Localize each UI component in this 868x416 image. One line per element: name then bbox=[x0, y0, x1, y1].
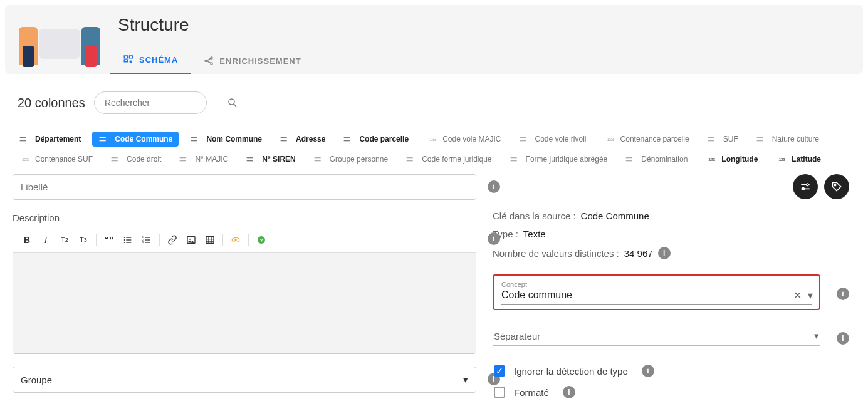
column-chip[interactable]: Code parcelle bbox=[337, 132, 415, 147]
svg-rect-43 bbox=[126, 242, 131, 242]
chevron-down-icon: ▾ bbox=[814, 330, 819, 341]
column-chip[interactable]: Adresse bbox=[273, 132, 332, 147]
tabs: SCHÉMA ENRICHISSEMENT bbox=[110, 46, 855, 74]
editor-toolbar: B I T2 T3 “” 123 bbox=[13, 227, 476, 253]
meta-distinct: Nombre de valeurs distinctes : 34 967 i bbox=[489, 247, 849, 259]
chip-label: SUF bbox=[723, 135, 738, 143]
svg-rect-41 bbox=[126, 237, 131, 237]
bullet-list-button[interactable] bbox=[119, 231, 137, 249]
info-icon[interactable]: i bbox=[488, 232, 500, 245]
chevron-down-icon: ▾ bbox=[463, 374, 468, 385]
info-icon[interactable]: i bbox=[642, 365, 654, 377]
meta-key: Clé dans la source : Code Commune bbox=[489, 211, 849, 221]
meta-type: Type : Texte bbox=[489, 229, 849, 239]
separator-field[interactable]: Séparateur ▾ bbox=[493, 324, 820, 346]
column-chip[interactable]: Dénomination bbox=[619, 152, 694, 167]
link-button[interactable] bbox=[164, 231, 181, 249]
text-type-icon bbox=[707, 135, 719, 143]
heading2-button[interactable]: T2 bbox=[56, 231, 73, 249]
column-chip[interactable]: Groupe personne bbox=[307, 152, 394, 167]
column-chip[interactable]: 123Code voie MAJIC bbox=[420, 132, 507, 147]
info-icon[interactable]: i bbox=[658, 247, 671, 259]
page-title: Structure bbox=[118, 15, 855, 35]
ignore-type-label: Ignorer la détection de type bbox=[514, 366, 628, 377]
groupe-select[interactable]: Groupe ▾ bbox=[13, 367, 476, 393]
column-chip[interactable]: Nom Commune bbox=[184, 132, 268, 147]
number-type-icon: 123 bbox=[426, 135, 439, 143]
svg-point-4 bbox=[205, 60, 207, 62]
search-input[interactable] bbox=[105, 98, 214, 108]
tag-button[interactable] bbox=[824, 174, 849, 199]
image-button[interactable] bbox=[182, 231, 200, 249]
column-chip[interactable]: Département bbox=[13, 132, 87, 147]
svg-point-40 bbox=[124, 242, 125, 243]
column-chip[interactable]: N° SIREN bbox=[239, 152, 301, 167]
editor-body[interactable] bbox=[13, 253, 476, 353]
bold-button[interactable]: B bbox=[18, 231, 36, 249]
column-chip[interactable]: 123Latitude bbox=[769, 152, 827, 167]
text-type-icon bbox=[343, 135, 355, 143]
info-icon[interactable]: i bbox=[563, 386, 575, 398]
column-chip[interactable]: Code droit bbox=[104, 152, 167, 167]
number-type-icon: 123 bbox=[775, 155, 788, 163]
text-type-icon bbox=[756, 135, 768, 143]
text-type-icon bbox=[110, 155, 123, 163]
help-button[interactable]: ? bbox=[253, 231, 270, 249]
ignore-type-checkbox[interactable]: ✓ bbox=[494, 365, 505, 377]
preview-button[interactable] bbox=[227, 231, 244, 249]
text-type-icon bbox=[405, 155, 418, 163]
column-chip[interactable]: Code Commune bbox=[92, 132, 179, 147]
numbered-list-button[interactable]: 123 bbox=[138, 231, 155, 249]
text-type-icon bbox=[510, 155, 522, 163]
svg-point-59 bbox=[834, 184, 836, 186]
libelle-input[interactable] bbox=[13, 174, 476, 200]
chip-label: Forme juridique abrégée bbox=[526, 155, 608, 164]
column-chip[interactable]: Nature culture bbox=[750, 132, 825, 147]
info-icon[interactable]: i bbox=[837, 288, 849, 300]
text-type-icon bbox=[313, 155, 326, 163]
column-chip[interactable]: 123Contenance parcelle bbox=[598, 132, 696, 147]
svg-point-6 bbox=[211, 63, 212, 65]
svg-point-51 bbox=[189, 239, 191, 240]
groupe-label: Groupe bbox=[21, 375, 52, 385]
tab-schema[interactable]: SCHÉMA bbox=[110, 46, 191, 74]
heading3-button[interactable]: T3 bbox=[75, 231, 92, 249]
search-field[interactable] bbox=[94, 91, 207, 114]
concept-value: Code commune bbox=[501, 288, 812, 303]
chip-label: Département bbox=[35, 135, 81, 143]
schema-icon bbox=[123, 54, 134, 65]
column-chip[interactable]: 123Longitude bbox=[699, 152, 764, 167]
search-icon bbox=[227, 97, 238, 108]
svg-rect-52 bbox=[206, 237, 214, 244]
svg-point-39 bbox=[124, 239, 125, 241]
description-editor[interactable]: B I T2 T3 “” 123 bbox=[13, 227, 476, 354]
column-chip[interactable]: Code forme juridique bbox=[399, 152, 498, 167]
number-type-icon: 123 bbox=[604, 135, 617, 143]
column-chip[interactable]: 123Contenance SUF bbox=[13, 152, 99, 167]
chip-label: Dénomination bbox=[641, 155, 688, 164]
tab-label: SCHÉMA bbox=[139, 55, 178, 65]
quote-button[interactable]: “” bbox=[100, 231, 118, 249]
info-icon[interactable]: i bbox=[488, 180, 500, 193]
column-chip[interactable]: Code voie rivoli bbox=[513, 132, 593, 147]
text-type-icon bbox=[280, 135, 292, 143]
chevron-down-icon[interactable]: ▾ bbox=[808, 289, 813, 301]
column-chip[interactable]: Forme juridique abrégée bbox=[503, 152, 614, 167]
clear-icon[interactable]: ✕ bbox=[793, 289, 802, 301]
chip-label: Contenance parcelle bbox=[620, 135, 689, 143]
search-row: 20 colonnes bbox=[0, 79, 868, 120]
svg-point-54 bbox=[234, 239, 237, 241]
enrich-icon bbox=[203, 55, 214, 66]
column-chip[interactable]: N° MAJIC bbox=[172, 152, 234, 167]
settings-button[interactable] bbox=[793, 174, 818, 199]
tab-label: ENRICHISSEMENT bbox=[219, 56, 301, 66]
info-icon[interactable]: i bbox=[837, 332, 849, 345]
formatted-checkbox[interactable] bbox=[494, 387, 505, 398]
svg-rect-48 bbox=[145, 239, 150, 240]
tab-enrichissement[interactable]: ENRICHISSEMENT bbox=[191, 48, 313, 74]
column-chip[interactable]: SUF bbox=[701, 132, 745, 147]
italic-button[interactable]: I bbox=[37, 231, 55, 249]
concept-field[interactable]: Concept Code commune ✕ ▾ bbox=[493, 274, 820, 310]
ignore-type-row: ✓ Ignorer la détection de type i bbox=[494, 365, 844, 377]
table-button[interactable] bbox=[201, 231, 219, 249]
